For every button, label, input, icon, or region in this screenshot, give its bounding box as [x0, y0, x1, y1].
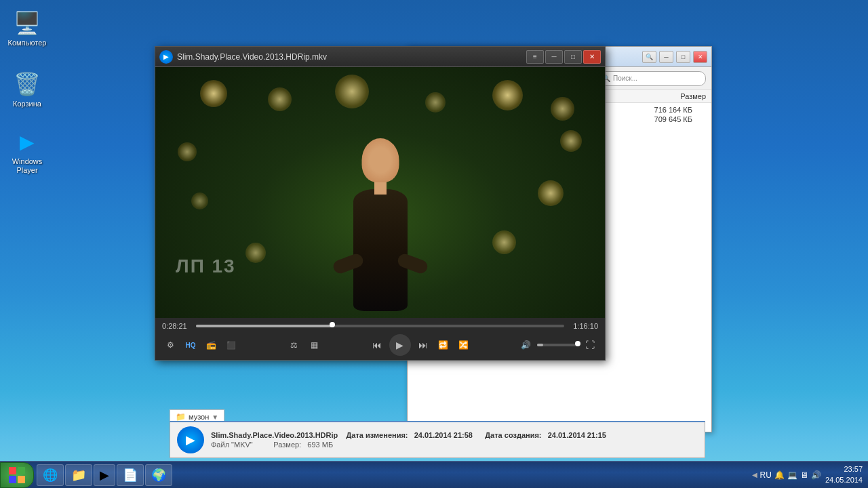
taskbar-ie-btn[interactable]: 🌐	[37, 464, 64, 486]
eq-btn[interactable]: ⚖	[285, 337, 302, 353]
progress-thumb	[330, 322, 335, 327]
volume-fill	[537, 344, 543, 346]
file-modified-value: 24.01.2014 21:58	[414, 431, 473, 439]
recycle-label: Корзина	[13, 100, 41, 108]
computer-icon: 🖥️	[14, 9, 41, 37]
player-titlebar: ▶ Slim.Shady.Place.Video.2013.HDRip.mkv …	[155, 47, 605, 67]
taskbar-player-btn[interactable]: ▶	[94, 464, 115, 486]
player-window: ▶ Slim.Shady.Place.Video.2013.HDRip.mkv …	[155, 46, 606, 361]
file-name: Slim.Shady.Place.Video.2013.HDRip	[211, 431, 338, 439]
windows-player-label: Windows Player	[6, 157, 48, 175]
next-btn[interactable]: ⏭	[415, 337, 431, 353]
clock-date: 24.05.2014	[825, 475, 863, 485]
player-maximize-btn[interactable]: □	[564, 50, 582, 64]
tray-locale[interactable]: RU	[760, 470, 772, 480]
windows-player-icon: ▶	[14, 128, 41, 155]
file-modified-label: Дата изменения:	[347, 431, 408, 439]
file-details: Slim.Shady.Place.Video.2013.HDRip Дата и…	[211, 431, 698, 449]
explorer-search-btn[interactable]: 🔍	[642, 51, 656, 63]
file-created-value: 24.01.2014 21:15	[548, 431, 606, 439]
desktop: 🖥️ Компьютер 🗑️ Корзина ▶ Windows Player…	[0, 0, 868, 488]
fullscreen-btn[interactable]: ⛶	[582, 337, 598, 353]
size-col-header: Размер	[638, 92, 706, 100]
clock-time: 23:57	[844, 464, 863, 474]
play-btn[interactable]: ▶	[389, 334, 411, 356]
folder-name: музон	[189, 413, 209, 421]
taskbar-explorer-btn[interactable]: 📁	[65, 464, 92, 486]
taskbar-network-btn[interactable]: 🌍	[145, 464, 172, 486]
breadcrumb-arrow[interactable]: ▼	[212, 413, 218, 421]
taskbar-programs: 🌐 📁 ▶ 📄 🌍	[37, 462, 172, 488]
desktop-icon-windows-player[interactable]: ▶ Windows Player	[3, 125, 51, 178]
tray-icon-2: 💻	[787, 470, 797, 480]
volume-bar[interactable]	[537, 344, 578, 346]
recycle-icon: 🗑️	[14, 70, 41, 98]
shuffle-btn[interactable]: 🔀	[456, 337, 472, 353]
search-box[interactable]: 🔍 Поиск...	[597, 71, 706, 86]
tray-icon-1: 🔔	[774, 470, 785, 480]
file-size-value: 693 МБ	[307, 441, 333, 449]
buttons-row: ⚙ HQ 📻 ⬛ ⚖ ▦ ⏮ ▶ ⏭ 🔁 🔀 🔊	[162, 334, 598, 356]
file-info-panel: ▶ Slim.Shady.Place.Video.2013.HDRip Дата…	[170, 421, 705, 458]
file-created-label: Дата создания:	[485, 431, 541, 439]
file-thumbnail: ▶	[177, 426, 204, 453]
file-type: Файл "MKV"	[211, 441, 253, 449]
repeat-btn[interactable]: 🔁	[435, 337, 452, 353]
system-tray: ◀ RU 🔔 💻 🖥 🔊	[752, 470, 821, 480]
taskbar: 🌐 📁 ▶ 📄 🌍 ◀ RU 🔔 💻 🖥 🔊 23:57 24.05.2014	[0, 461, 868, 488]
progress-fill	[196, 325, 332, 327]
prev-btn[interactable]: ⏮	[369, 337, 385, 353]
player-title: Slim.Shady.Place.Video.2013.HDRip.mkv	[177, 52, 526, 62]
explorer-minimize-btn[interactable]: ─	[659, 51, 673, 63]
tray-icon-3: 🖥	[800, 470, 808, 480]
computer-label: Компьютер	[8, 39, 47, 47]
bars-btn[interactable]: ▦	[306, 337, 322, 353]
tray-arrow[interactable]: ◀	[752, 471, 757, 479]
titlebar-controls: ≡ ─ □ ✕	[526, 50, 601, 64]
volume-area: 🔊	[518, 337, 578, 353]
total-time: 1:16:10	[570, 322, 598, 330]
volume-thumb	[575, 341, 580, 346]
video-area: ЛП 13	[155, 67, 605, 318]
settings-btn[interactable]: ⚙	[162, 337, 178, 353]
player-playlist-btn[interactable]: ≡	[526, 50, 544, 64]
volume-btn[interactable]: 🔊	[518, 337, 534, 353]
video-watermark: ЛП 13	[176, 256, 236, 277]
progress-row: 0:28:21 1:16:10	[162, 322, 598, 330]
screen-btn[interactable]: ⬛	[223, 337, 239, 353]
player-logo-icon: ▶	[159, 50, 173, 64]
start-button[interactable]	[0, 462, 34, 488]
folder-icon: 📁	[176, 412, 186, 422]
desktop-icon-computer[interactable]: 🖥️ Компьютер	[3, 7, 51, 50]
taskbar-right: ◀ RU 🔔 💻 🖥 🔊 23:57 24.05.2014	[752, 464, 868, 485]
current-time: 0:28:21	[162, 322, 191, 330]
player-minimize-btn[interactable]: ─	[545, 50, 563, 64]
video-frame: ЛП 13	[155, 67, 605, 318]
progress-bar[interactable]	[196, 325, 564, 327]
clock[interactable]: 23:57 24.05.2014	[825, 464, 863, 485]
tray-icon-4: 🔊	[811, 470, 821, 480]
search-text: Поиск...	[613, 75, 637, 82]
player-close-btn[interactable]: ✕	[583, 50, 601, 64]
taskbar-doc-btn[interactable]: 📄	[117, 464, 144, 486]
hq-btn[interactable]: HQ	[182, 337, 199, 353]
file-size-label: Размер:	[273, 441, 301, 449]
desktop-icon-recycle[interactable]: 🗑️ Корзина	[3, 68, 51, 111]
radio-btn[interactable]: 📻	[203, 337, 219, 353]
explorer-close-btn[interactable]: ✕	[693, 51, 707, 63]
explorer-maximize-btn[interactable]: □	[676, 51, 690, 63]
windows-logo	[9, 467, 25, 483]
controls-bar: 0:28:21 1:16:10 ⚙ HQ 📻 ⬛ ⚖ ▦ ⏮	[155, 318, 605, 360]
